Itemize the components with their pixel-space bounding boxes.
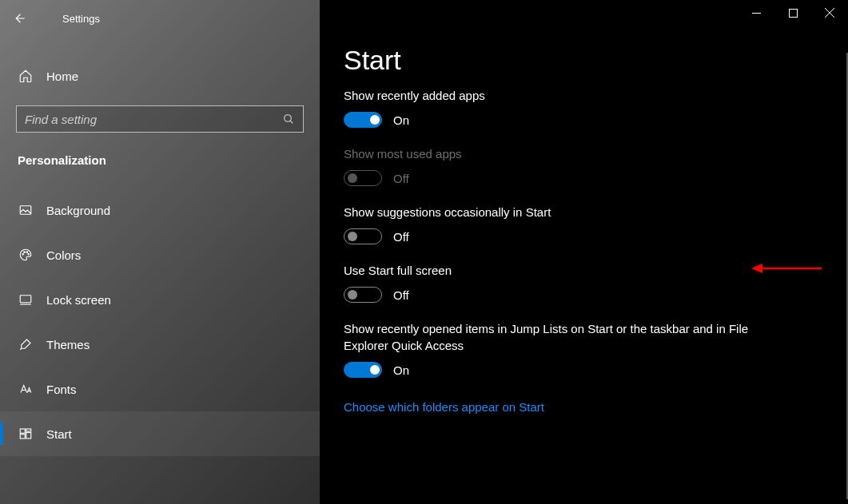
- toggle-state-text: On: [393, 363, 409, 377]
- toggle-most-used: [344, 170, 382, 186]
- setting-label: Show recently added apps: [344, 87, 791, 104]
- sidebar-item-start[interactable]: Start: [0, 411, 320, 456]
- titlebar-buttons: [738, 0, 848, 26]
- svg-line-1: [290, 121, 293, 123]
- setting-full-screen: Use Start full screen Off: [344, 262, 791, 303]
- setting-label: Show suggestions occasionally in Start: [344, 204, 791, 220]
- setting-most-used: Show most used apps Off: [344, 145, 791, 186]
- sidebar-item-label: Colors: [46, 248, 81, 262]
- brush-icon: [18, 337, 34, 351]
- back-button[interactable]: [0, 0, 38, 37]
- home-icon: [18, 69, 34, 83]
- toggle-full-screen[interactable]: [344, 287, 382, 303]
- setting-jumplists: Show recently opened items in Jump Lists…: [344, 320, 791, 378]
- svg-rect-7: [20, 296, 31, 303]
- sidebar: Settings Home Personalization Backgro: [0, 0, 320, 504]
- lock-screen-icon: [18, 292, 34, 307]
- sidebar-header: Settings: [0, 0, 320, 37]
- minimize-icon: [752, 9, 761, 18]
- toggle-row: On: [344, 112, 791, 128]
- toggle-row: Off: [344, 170, 791, 186]
- setting-label: Show recently opened items in Jump Lists…: [344, 320, 791, 354]
- sidebar-item-background[interactable]: Background: [0, 188, 320, 232]
- svg-rect-11: [26, 433, 31, 439]
- maximize-button[interactable]: [774, 0, 811, 26]
- svg-rect-10: [26, 429, 31, 431]
- palette-icon: [18, 248, 34, 262]
- toggle-jumplists[interactable]: [344, 362, 382, 378]
- picture-icon: [18, 203, 34, 217]
- arrow-left-icon: [12, 11, 26, 26]
- svg-point-6: [28, 254, 30, 256]
- sidebar-home-label: Home: [46, 69, 78, 83]
- window-title: Settings: [38, 13, 100, 25]
- page-title: Start: [344, 45, 791, 76]
- svg-point-3: [22, 254, 24, 256]
- font-icon: [18, 382, 34, 396]
- search-box[interactable]: [16, 105, 304, 133]
- toggle-suggestions[interactable]: [344, 228, 382, 244]
- svg-rect-12: [20, 435, 25, 439]
- svg-rect-14: [789, 9, 797, 17]
- sidebar-item-label: Themes: [46, 338, 90, 351]
- search-input[interactable]: [25, 113, 282, 126]
- svg-point-5: [26, 252, 28, 253]
- link-choose-folders[interactable]: Choose which folders appear on Start: [344, 400, 544, 414]
- search-icon: [282, 113, 295, 125]
- content-area: Start Show recently added apps On Show m…: [320, 0, 848, 504]
- setting-recently-added: Show recently added apps On: [344, 87, 791, 128]
- sidebar-item-lock-screen[interactable]: Lock screen: [0, 277, 320, 322]
- sidebar-item-label: Lock screen: [46, 293, 111, 307]
- maximize-icon: [789, 9, 798, 18]
- toggle-row: Off: [344, 287, 791, 303]
- settings-window: Settings Home Personalization Backgro: [0, 0, 848, 504]
- sidebar-item-colors[interactable]: Colors: [0, 232, 320, 277]
- toggle-recently-added[interactable]: [344, 112, 382, 128]
- sidebar-item-themes[interactable]: Themes: [0, 322, 320, 367]
- sidebar-item-fonts[interactable]: Fonts: [0, 367, 320, 411]
- page: Start Show recently added apps On Show m…: [320, 0, 815, 415]
- search-wrap: [16, 105, 304, 133]
- sidebar-category: Personalization: [0, 133, 320, 181]
- toggle-state-text: Off: [393, 172, 409, 185]
- minimize-button[interactable]: [738, 0, 774, 26]
- toggle-state-text: On: [393, 113, 409, 127]
- sidebar-nav: Background Colors Lock screen Themes: [0, 188, 320, 456]
- svg-point-4: [24, 252, 26, 253]
- sidebar-item-label: Fonts: [46, 383, 77, 396]
- setting-label: Show most used apps: [344, 145, 791, 162]
- svg-point-0: [285, 115, 292, 122]
- setting-label: Use Start full screen: [344, 262, 791, 279]
- svg-rect-9: [20, 429, 25, 433]
- sidebar-item-label: Start: [46, 427, 72, 441]
- setting-suggestions: Show suggestions occasionally in Start O…: [344, 204, 791, 244]
- toggle-row: Off: [344, 228, 791, 244]
- start-tiles-icon: [18, 427, 34, 441]
- toggle-row: On: [344, 362, 791, 378]
- close-icon: [825, 8, 834, 18]
- toggle-state-text: Off: [393, 230, 409, 244]
- close-button[interactable]: [811, 0, 848, 26]
- sidebar-item-label: Background: [46, 204, 110, 217]
- sidebar-home[interactable]: Home: [0, 58, 320, 94]
- svg-rect-2: [20, 206, 31, 215]
- toggle-state-text: Off: [393, 288, 409, 302]
